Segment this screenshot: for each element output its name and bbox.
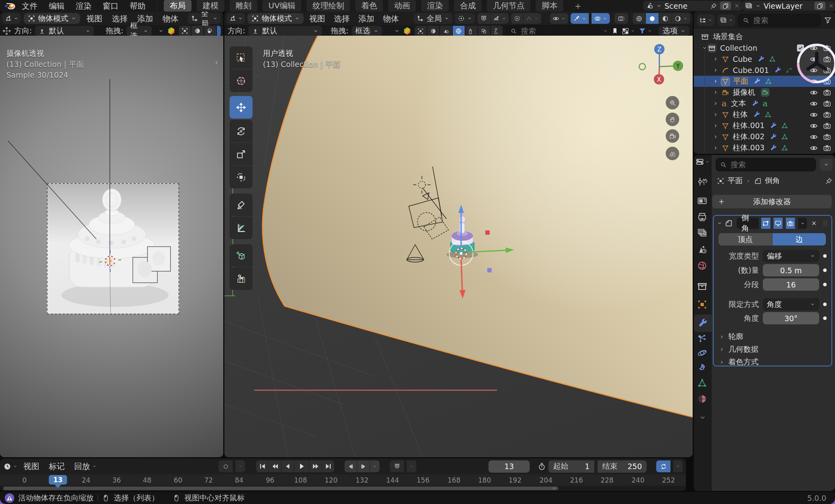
new-scene-button[interactable] [720, 2, 731, 10]
jump-to-end-button[interactable] [322, 460, 334, 472]
curve-data-icon[interactable] [785, 67, 793, 74]
editor-type-button[interactable] [3, 462, 17, 471]
expand-icon[interactable] [713, 90, 718, 95]
outliner-row-cylinder[interactable]: 柱体 [694, 109, 835, 120]
playback-sync-button[interactable] [656, 460, 670, 472]
workspace-tab-texpaint[interactable]: 纹理绘制 [306, 0, 350, 12]
snap-edge-button[interactable] [440, 26, 452, 36]
measure-tool[interactable] [230, 217, 253, 239]
section-profile[interactable]: 轮廓 [719, 332, 743, 342]
mesh-data-icon[interactable] [769, 56, 776, 63]
affect-vertices-tab[interactable]: 顶点 [718, 233, 772, 245]
tab-output[interactable] [697, 212, 707, 224]
snap-vertex-button[interactable] [427, 26, 439, 36]
expand-icon[interactable] [713, 112, 718, 117]
shading-material-button[interactable] [659, 13, 672, 24]
drag-dropdown[interactable]: 框选 [126, 26, 152, 36]
direction-dropdown[interactable]: 默认 [35, 26, 94, 36]
direction-dropdown[interactable]: 默认 [248, 26, 322, 36]
auto-key-button[interactable] [218, 460, 233, 472]
play-button[interactable] [294, 460, 309, 472]
timeline-playback-menu[interactable]: 回放 [71, 460, 100, 472]
outliner-row-cylinder002[interactable]: 柱体.002 [694, 131, 835, 142]
expand-icon[interactable] [713, 67, 718, 73]
expand-icon[interactable] [713, 134, 718, 140]
snap-volume-button[interactable] [465, 26, 477, 36]
filter-funnel-icon[interactable] [824, 16, 832, 24]
tab-viewlayer[interactable] [697, 228, 707, 240]
tab-scene[interactable] [697, 245, 707, 257]
mode-dropdown[interactable]: 物体模式 [247, 13, 304, 24]
collapse-region-icon[interactable] [213, 59, 220, 66]
keyframe-dot[interactable] [823, 254, 827, 258]
snap-increment-button[interactable] [415, 26, 427, 36]
transform-orientation-dropdown[interactable]: 全局 [188, 13, 221, 24]
modifier-wrench-icon[interactable] [770, 122, 777, 129]
tab-particles[interactable] [697, 333, 707, 346]
outliner-row-scene-collection[interactable]: 场景集合 [694, 31, 835, 42]
current-frame-field[interactable]: 13 [488, 460, 530, 473]
chevron-down-icon[interactable] [158, 28, 164, 34]
tab-strip-more[interactable] [699, 414, 707, 424]
scrollbar-thumb[interactable] [3, 487, 558, 490]
xray-toggle[interactable] [615, 13, 628, 24]
tab-render[interactable] [697, 195, 707, 208]
snap-edge-center-button[interactable] [478, 26, 490, 36]
camera-visibility-icon[interactable] [823, 133, 831, 141]
modifier-editmode-toggle[interactable] [761, 218, 770, 229]
eye-icon[interactable] [810, 122, 818, 130]
axis-x-label[interactable]: X [657, 76, 661, 83]
add-cube-tool[interactable] [230, 244, 253, 267]
eye-icon[interactable] [810, 111, 818, 119]
breadcrumb-object[interactable]: 平面 [728, 176, 743, 186]
mesh-data-icon[interactable] [764, 111, 772, 118]
timeline-marker-menu[interactable]: 标记 [45, 460, 68, 472]
zoom-button[interactable] [666, 96, 679, 109]
frame-forward-button[interactable] [357, 460, 370, 472]
shading-wireframe-button[interactable] [179, 26, 191, 36]
jump-to-start-button[interactable] [256, 460, 268, 472]
outliner-search-input[interactable] [753, 15, 816, 25]
visibility-dropdown[interactable] [550, 13, 568, 24]
tab-material[interactable] [697, 394, 707, 406]
viewport-search-input[interactable] [520, 26, 595, 36]
camera-visibility-icon[interactable] [823, 144, 831, 152]
auto-key-dropdown[interactable] [236, 460, 245, 472]
shading-rendered-button[interactable] [672, 13, 690, 24]
tab-object[interactable] [697, 299, 707, 312]
timeline-ruler[interactable]: 0 24 36 48 60 72 84 96 108 120 132 144 1… [0, 474, 686, 486]
shading-solid-button[interactable] [192, 26, 203, 36]
mesh-data-icon[interactable] [781, 144, 788, 151]
navigation-gizmo[interactable]: Z Y X [634, 40, 685, 87]
next-keyframe-button[interactable] [309, 460, 322, 472]
expand-icon[interactable] [713, 79, 718, 84]
playback-sync-dropdown[interactable] [673, 460, 683, 472]
menu-help[interactable]: 帮助 [124, 0, 151, 12]
material-preview-icon[interactable] [403, 27, 412, 35]
axis-y-label[interactable]: Y [676, 63, 680, 70]
snap-settings-dropdown[interactable] [490, 13, 509, 24]
mesh-data-icon[interactable] [781, 133, 788, 140]
camera-visibility-icon[interactable] [823, 88, 831, 96]
workspace-tab-uv[interactable]: UV编辑 [262, 0, 301, 12]
camera-visibility-icon[interactable] [823, 100, 831, 107]
modifier-name-field[interactable]: 倒角 [741, 213, 754, 234]
drag-dropdown[interactable]: 框选 [352, 26, 382, 36]
properties-search-field[interactable] [716, 158, 816, 171]
new-viewlayer-button[interactable] [814, 2, 825, 10]
scale-tool[interactable] [230, 143, 253, 165]
keyframe-dot[interactable] [823, 268, 827, 272]
camera-visibility-icon[interactable] [823, 111, 831, 119]
modifier-wrench-icon[interactable] [774, 67, 781, 74]
select-box-tool[interactable] [230, 46, 253, 69]
transform-tool[interactable] [230, 166, 253, 188]
view-menu[interactable]: 视图 [83, 13, 105, 25]
material-preview-icon[interactable] [167, 27, 176, 35]
outliner-row-cylinder003[interactable]: 柱体.003 [694, 142, 835, 153]
camera-data-icon[interactable] [762, 89, 769, 96]
close-modifier-icon[interactable] [811, 220, 817, 226]
object-menu[interactable]: 物体 [380, 13, 402, 25]
outliner-row-text[interactable]: a 文本 a [694, 98, 835, 109]
pan-button[interactable] [666, 113, 679, 126]
mode-dropdown[interactable]: 物体模式 [24, 13, 80, 24]
